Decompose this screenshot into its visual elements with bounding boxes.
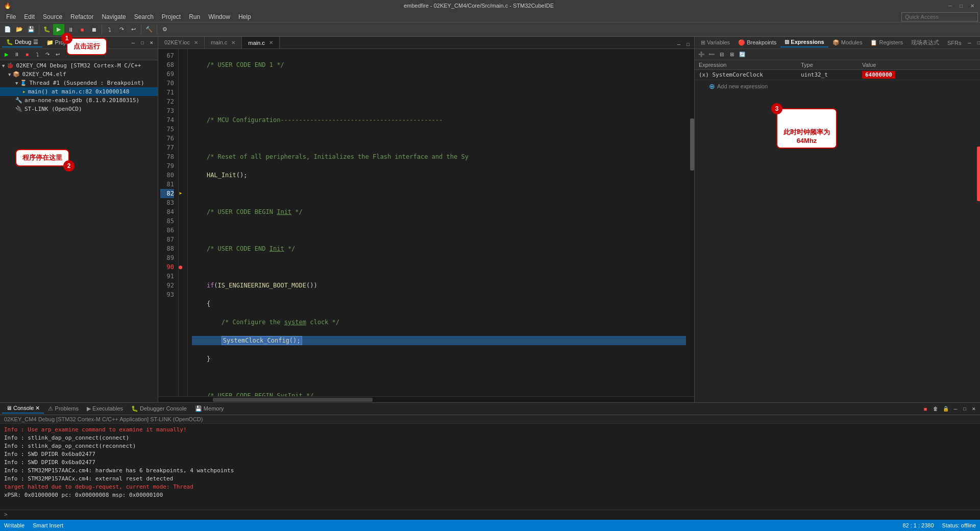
main-frame-item[interactable]: ▸ main() at main.c:82 0x10000148 — [0, 87, 158, 96]
code-line-82: SystemClock_Config(); — [192, 336, 686, 345]
menu-file[interactable]: File — [2, 12, 20, 21]
refresh-btn[interactable]: 🔄 — [738, 50, 747, 59]
close-icon[interactable]: ✕ — [969, 2, 976, 9]
remove-expr-btn[interactable]: ➖ — [707, 50, 716, 59]
code-content[interactable]: /* USER CODE END 1 */ /* MCU Configurati… — [188, 49, 690, 396]
clear-console-btn[interactable]: 🗑 — [931, 404, 940, 414]
minimize-bottom-btn[interactable]: ─ — [951, 405, 960, 413]
suspend-icon[interactable]: ⏸ — [12, 50, 21, 59]
tab-debugger-console[interactable]: 🐛 Debugger Console — [127, 404, 191, 413]
editor-hscrollbar[interactable] — [158, 396, 694, 402]
code-line-69 — [192, 97, 686, 106]
menu-refactor[interactable]: Refactor — [66, 12, 97, 21]
tab-02key-ioc[interactable]: 02KEY.ioc ✕ — [158, 37, 205, 49]
expressions-table: Expression Type Value (x) SystemCoreCloc… — [695, 60, 980, 402]
code-container[interactable]: 676869707172 737475767778 798081 82 8384… — [158, 49, 694, 396]
menu-help[interactable]: Help — [234, 12, 255, 21]
step-into-btn[interactable]: ⤵ — [104, 24, 115, 35]
expression-row-0[interactable]: (x) SystemCoreClock uint32_t 64000000 — [695, 70, 980, 80]
scroll-lock-btn[interactable]: 🔒 — [941, 404, 950, 414]
minimize-icon[interactable]: ─ — [946, 2, 953, 9]
stlink-item[interactable]: 🔌 ST-LINK (OpenOCD) — [0, 105, 158, 113]
expr-type-0: uint32_t — [801, 71, 862, 78]
editor-area: 02KEY.ioc ✕ main.c ✕ main.c ✕ ─ □ — [158, 37, 694, 402]
maximize-bottom-btn[interactable]: □ — [961, 405, 969, 413]
maximize-panel-btn[interactable]: □ — [138, 39, 146, 47]
console-content[interactable]: Info : Use arp_examine command to examin… — [0, 424, 980, 510]
run-btn[interactable]: ▶ — [53, 24, 64, 35]
tab-modules[interactable]: 📦 Modules — [828, 38, 867, 47]
close-tab-main2[interactable]: ✕ — [269, 40, 273, 45]
expand-all-btn[interactable]: ⊞ — [727, 50, 737, 59]
stop-icon[interactable]: ■ — [22, 50, 32, 59]
thread-item[interactable]: ▼ 🧵 Thread #1 (Suspended : Breakpoint) — [0, 79, 158, 87]
step-return-icon[interactable]: ↩ — [53, 50, 62, 59]
minimize-panel-btn[interactable]: ─ — [129, 39, 137, 47]
tab-main-c-1[interactable]: main.c ✕ — [205, 37, 242, 49]
debug-session-label: 02KEY_CM4 Debug [STM32 Cortex-M C/C++ — [16, 62, 141, 69]
tab-debug[interactable]: 🐛 Debug ☰ — [2, 38, 42, 47]
tab-problems[interactable]: ⚠ Problems — [44, 404, 83, 413]
add-expression-row[interactable]: ⊕ Add new expression — [695, 80, 980, 92]
step-over-btn[interactable]: ↷ — [116, 24, 127, 35]
elf-item[interactable]: ▼ 📦 02KEY_CM4.elf — [0, 70, 158, 79]
debug-session-item[interactable]: ▼ 🐞 02KEY_CM4 Debug [STM32 Cortex-M C/C+… — [0, 61, 158, 70]
code-line-85: /* USER CODE BEGIN SysInit */ — [192, 391, 686, 396]
quick-access-input[interactable] — [901, 12, 978, 21]
minimize-right-btn[interactable]: ─ — [965, 39, 973, 47]
thread-label: Thread #1 (Suspended : Breakpoint) — [29, 80, 144, 86]
tab-scene-expr[interactable]: 现场表达式 — [907, 38, 943, 47]
stop-btn[interactable]: ■ — [77, 24, 88, 35]
step-over-icon[interactable]: ↷ — [43, 50, 52, 59]
new-btn[interactable]: 📄 — [2, 24, 13, 35]
settings-icon[interactable]: ⚙ — [159, 24, 170, 35]
add-expr-btn[interactable]: ➕ — [697, 50, 706, 59]
callout-1: 1 点击运行 — [66, 38, 107, 55]
tab-expressions[interactable]: ⊞ Expressions — [780, 38, 828, 47]
stop-console-btn[interactable]: ■ — [921, 404, 930, 414]
callout-badge-2: 2 — [63, 160, 75, 172]
resume-icon[interactable]: ▶ — [2, 50, 11, 59]
console-input-area[interactable]: > — [0, 510, 980, 520]
open-btn[interactable]: 📂 — [14, 24, 25, 35]
close-tab-ioc[interactable]: ✕ — [194, 40, 198, 45]
console-line-0: Info : Use arp_examine command to examin… — [4, 426, 976, 434]
menu-navigate[interactable]: Navigate — [97, 12, 130, 21]
menu-source[interactable]: Source — [39, 12, 66, 21]
tab-memory[interactable]: 💾 Memory — [191, 404, 228, 413]
code-line-83: } — [192, 354, 686, 364]
maximize-right-btn[interactable]: □ — [974, 39, 980, 47]
menu-window[interactable]: Window — [204, 12, 234, 21]
step-into-icon[interactable]: ⤵ — [33, 50, 42, 59]
step-return-btn[interactable]: ↩ — [128, 24, 139, 35]
code-line-68 — [192, 79, 686, 88]
debug-btn[interactable]: 🐛 — [41, 24, 53, 35]
editor-scrollbar[interactable] — [690, 49, 694, 396]
expressions-header: Expression Type Value — [695, 60, 980, 70]
close-bottom-btn[interactable]: ✕ — [970, 405, 978, 413]
tab-sfrs[interactable]: SFRs — [943, 39, 966, 47]
tab-variables[interactable]: ⊞ Variables — [697, 38, 734, 47]
status-left: Writable Smart Insert — [4, 522, 63, 528]
gdb-item[interactable]: 🔧 arm-none-eabi-gdb (8.1.0.20180315) — [0, 96, 158, 105]
disconnect-btn[interactable]: ⏹ — [88, 24, 100, 35]
menu-edit[interactable]: Edit — [20, 12, 39, 21]
menu-run[interactable]: Run — [185, 12, 204, 21]
tab-executables[interactable]: ▶ Executables — [83, 404, 127, 413]
menu-project[interactable]: Project — [158, 12, 185, 21]
maximize-icon[interactable]: □ — [958, 2, 965, 9]
collapse-all-btn[interactable]: ⊟ — [717, 50, 726, 59]
save-btn[interactable]: 💾 — [26, 24, 37, 35]
tab-registers[interactable]: 📋 Registers — [866, 38, 907, 47]
tab-console[interactable]: 🖥 Console ✕ — [2, 404, 44, 414]
tab-breakpoints[interactable]: 🔴 Breakpoints — [734, 38, 780, 47]
minimize-editor-btn[interactable]: ─ — [675, 40, 683, 49]
maximize-editor-btn[interactable]: □ — [684, 40, 692, 49]
expand-icon: ▼ — [2, 63, 5, 68]
menu-search[interactable]: Search — [130, 12, 158, 21]
bottom-panel: 🖥 Console ✕ ⚠ Problems ▶ Executables 🐛 D… — [0, 402, 980, 520]
close-panel-btn[interactable]: ✕ — [148, 39, 156, 47]
build-btn[interactable]: 🔨 — [143, 24, 155, 35]
tab-main-c-2[interactable]: main.c ✕ — [242, 37, 279, 49]
close-tab-main1[interactable]: ✕ — [231, 40, 235, 45]
